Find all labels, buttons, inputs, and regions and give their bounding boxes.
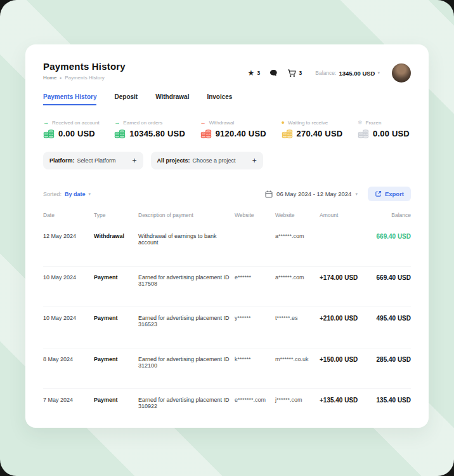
payments-card: Payments History Home • Payments History… xyxy=(25,44,429,428)
stat-value: 0.00 USD xyxy=(58,129,95,138)
tab-bar: Payments History Deposit Withdrawal Invo… xyxy=(43,93,411,105)
arrow-right-icon: → xyxy=(114,120,120,126)
title-block: Payments History Home • Payments History xyxy=(43,61,126,81)
filter-label: All projects: xyxy=(157,157,190,164)
cell-balance: 285.40 USD xyxy=(375,356,411,363)
coins-icon xyxy=(43,129,55,138)
cell-website2: m******.co.uk xyxy=(275,356,320,362)
table-row[interactable]: 10 May 2024 Payment Earned for advertisi… xyxy=(43,307,411,348)
export-button[interactable]: Export xyxy=(368,187,411,201)
filter-value: Select Platform xyxy=(77,157,116,164)
coins-icon xyxy=(200,129,212,138)
cell-website2: a******.com xyxy=(275,274,320,281)
page-background: Payments History Home • Payments History… xyxy=(0,0,454,476)
tab-deposit[interactable]: Deposit xyxy=(114,93,138,105)
stat-withdrawal: ← Withdrawal 9120.40 USD xyxy=(200,120,266,138)
coins-icon xyxy=(358,129,369,138)
filter-label: Platform: xyxy=(49,157,75,164)
cell-balance: 669.40 USD xyxy=(375,233,411,240)
cell-balance: 495.40 USD xyxy=(375,315,411,322)
tab-payments-history[interactable]: Payments History xyxy=(43,93,96,105)
table-row[interactable]: 10 May 2024 Payment Earned for advertisi… xyxy=(43,267,411,308)
arrow-left-icon: ← xyxy=(200,120,206,126)
cell-description: Withdrawal of earnings to bank account xyxy=(138,233,235,246)
tab-invoices[interactable]: Invoices xyxy=(207,93,232,105)
breadcrumb-home-link[interactable]: Home xyxy=(43,75,56,81)
cell-description: Earned for advertising placement ID 3109… xyxy=(138,397,235,409)
breadcrumb-current: Payments History xyxy=(65,75,105,81)
favorites-button[interactable]: ★ 3 xyxy=(248,69,261,77)
column-header-amount: Amount xyxy=(320,212,375,218)
cell-balance: 669.40 USD xyxy=(375,274,411,281)
sort-by-date-dropdown[interactable]: By date xyxy=(65,191,86,197)
calendar-icon xyxy=(265,190,273,198)
balance-menu[interactable]: Balance: 1345.00 USD ▾ xyxy=(315,70,380,77)
stat-frozen: ❄ Frozen 0.00 USD xyxy=(358,120,410,138)
cell-website1: e*******.com xyxy=(235,397,275,403)
cell-website2: j******.com xyxy=(275,397,320,403)
projects-filter[interactable]: All projects: Choose a project + xyxy=(151,152,263,169)
chevron-down-icon: ▾ xyxy=(355,192,358,197)
column-header-type: Type xyxy=(94,212,138,218)
page-title: Payments History xyxy=(43,61,126,72)
table-header: Date Type Description of payment Website… xyxy=(43,212,411,225)
cart-icon xyxy=(287,69,296,77)
export-label: Export xyxy=(385,190,404,197)
favorites-count: 3 xyxy=(257,70,260,76)
messages-button[interactable] xyxy=(269,69,278,77)
export-icon xyxy=(375,190,382,197)
coins-icon xyxy=(282,129,293,138)
filter-value: Choose a project xyxy=(193,157,236,164)
cell-description: Earned for advertising placement ID 3175… xyxy=(138,274,235,287)
cell-date: 10 May 2024 xyxy=(43,274,94,281)
cell-amount: +150.00 USD xyxy=(320,356,375,363)
column-header-balance: Balance xyxy=(375,212,411,218)
platform-filter[interactable]: Platform: Select Platform + xyxy=(43,152,143,169)
column-header-website1: Website xyxy=(235,212,275,218)
balance-value: 1345.00 USD xyxy=(339,70,375,77)
table-row[interactable]: 7 May 2024 Payment Earned for advertisin… xyxy=(43,389,411,430)
cell-amount: +135.40 USD xyxy=(320,397,375,404)
stat-value: 0.00 USD xyxy=(373,129,410,138)
column-header-website2: Website xyxy=(275,212,320,218)
cart-count: 3 xyxy=(299,70,302,76)
column-header-description: Description of payment xyxy=(138,212,235,218)
cart-button[interactable]: 3 xyxy=(287,69,302,77)
filters-row: Platform: Select Platform + All projects… xyxy=(43,152,411,169)
card-header: Payments History Home • Payments History… xyxy=(43,61,411,83)
cell-website2: a******.com xyxy=(275,233,320,239)
avatar[interactable] xyxy=(392,63,411,83)
cell-amount: +210.00 USD xyxy=(320,315,375,322)
cell-date: 10 May 2024 xyxy=(43,315,94,321)
cell-date: 12 May 2024 xyxy=(43,233,94,239)
cell-type: Payment xyxy=(94,315,138,321)
sort-control: Sorted: By date ▾ xyxy=(43,191,91,197)
cell-description: Earned for advertising placement ID 3121… xyxy=(138,356,235,369)
cell-type: Payment xyxy=(94,356,138,362)
stat-label: Earned on orders xyxy=(123,120,162,126)
cell-balance: 135.40 USD xyxy=(375,397,411,404)
tab-withdrawal[interactable]: Withdrawal xyxy=(155,93,189,105)
table-row[interactable]: 12 May 2024 Withdrawal Withdrawal of ear… xyxy=(43,225,411,267)
cell-website2: t******.es xyxy=(275,315,320,321)
cell-type: Withdrawal xyxy=(94,233,138,239)
arrow-right-icon: → xyxy=(43,120,49,126)
chat-icon xyxy=(269,69,278,77)
stat-label: Waiting to receive xyxy=(288,120,328,126)
table-row[interactable]: 8 May 2024 Payment Earned for advertisin… xyxy=(43,348,411,390)
chevron-down-icon: ▾ xyxy=(89,192,91,197)
cell-date: 8 May 2024 xyxy=(43,356,94,362)
column-header-date: Date xyxy=(43,212,94,218)
cell-website1: k****** xyxy=(235,356,275,362)
stat-label: Withdrawal xyxy=(209,120,235,126)
stat-waiting: ● Waiting to receive 270.40 USD xyxy=(282,120,343,138)
star-icon: ★ xyxy=(248,69,255,77)
coins-icon xyxy=(114,129,126,138)
cell-website1: y****** xyxy=(235,315,275,321)
date-range-picker[interactable]: 06 May 2024 - 12 May 2024 ▾ xyxy=(265,190,358,198)
cell-type: Payment xyxy=(94,397,138,403)
breadcrumb-separator: • xyxy=(60,75,62,81)
snowflake-icon: ❄ xyxy=(358,120,363,126)
table-toolbar: Sorted: By date ▾ 06 May 2024 - 12 May 2… xyxy=(43,187,411,201)
cell-date: 7 May 2024 xyxy=(43,397,94,403)
